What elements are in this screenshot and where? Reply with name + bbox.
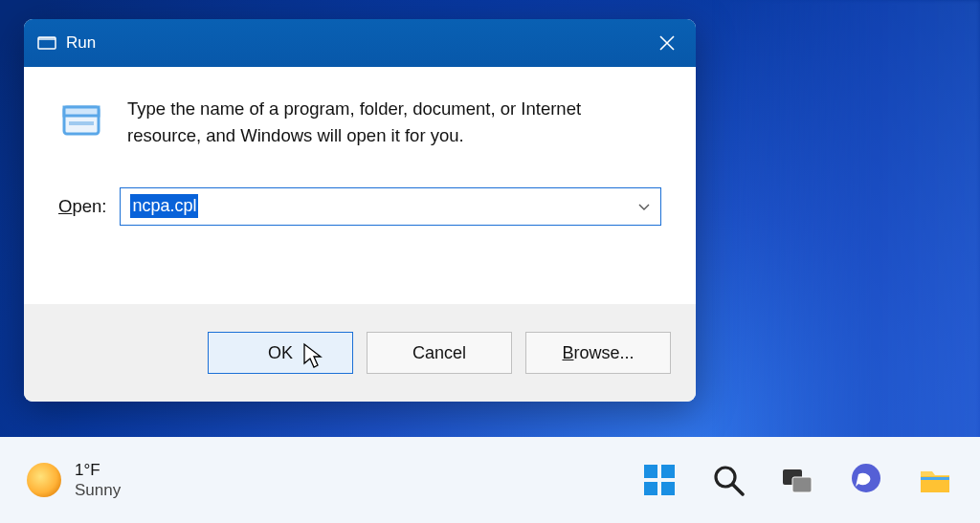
open-value: ncpa.cpl — [130, 194, 198, 218]
svg-rect-12 — [792, 477, 812, 492]
run-icon — [37, 33, 56, 53]
weather-widget[interactable]: 1°F Sunny — [27, 460, 121, 501]
dialog-title: Run — [66, 33, 96, 53]
close-button[interactable] — [638, 19, 696, 67]
open-label: Open: — [58, 196, 106, 217]
svg-rect-3 — [64, 107, 99, 116]
browse-button[interactable]: Browse... — [525, 332, 671, 374]
search-icon[interactable] — [710, 462, 746, 498]
task-view-icon[interactable] — [779, 462, 815, 498]
svg-rect-7 — [644, 482, 657, 495]
cancel-button[interactable]: Cancel — [367, 332, 512, 374]
temperature: 1°F — [75, 460, 121, 480]
weather-condition: Sunny — [75, 480, 121, 500]
run-dialog: Run Type the name of a program, folder, … — [24, 19, 696, 402]
svg-rect-15 — [921, 477, 949, 480]
ok-button[interactable]: OK — [208, 332, 353, 374]
svg-rect-6 — [661, 465, 675, 478]
svg-line-10 — [733, 485, 743, 494]
svg-rect-8 — [661, 482, 675, 495]
file-explorer-icon[interactable] — [917, 462, 953, 498]
chat-icon[interactable] — [848, 462, 884, 498]
run-document-icon — [58, 98, 104, 143]
sun-icon — [27, 463, 61, 497]
weather-text: 1°F Sunny — [75, 460, 121, 501]
instruction-text: Type the name of a program, folder, docu… — [127, 96, 644, 149]
svg-rect-4 — [69, 121, 94, 125]
chevron-down-icon[interactable] — [637, 200, 651, 213]
titlebar[interactable]: Run — [24, 19, 696, 67]
taskbar[interactable]: 1°F Sunny — [0, 437, 980, 523]
svg-rect-1 — [38, 37, 56, 40]
start-button[interactable] — [641, 462, 678, 498]
open-combobox[interactable]: ncpa.cpl — [120, 187, 661, 226]
dialog-body: Type the name of a program, folder, docu… — [24, 67, 696, 304]
svg-rect-5 — [644, 465, 657, 478]
button-row: OK Cancel Browse... — [24, 304, 696, 402]
